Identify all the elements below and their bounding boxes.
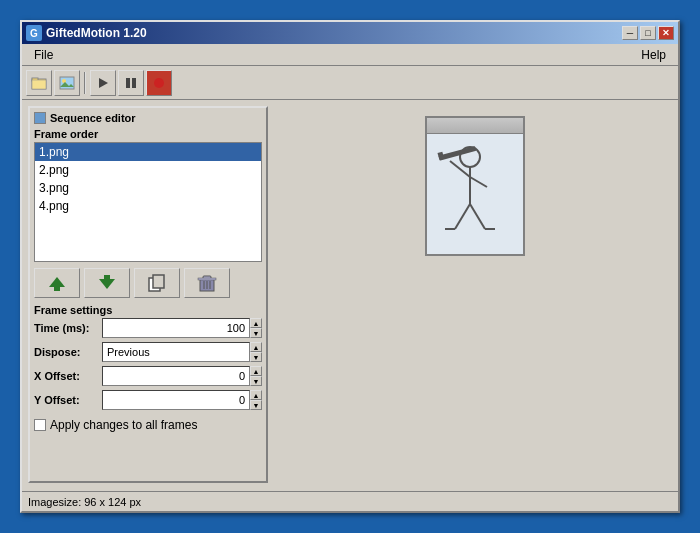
help-menu[interactable]: Help xyxy=(633,46,674,64)
preview-content xyxy=(427,134,523,254)
time-input[interactable] xyxy=(102,318,250,338)
open-button[interactable] xyxy=(26,70,52,96)
delete-icon xyxy=(197,273,217,293)
svg-line-25 xyxy=(470,177,487,187)
record-icon xyxy=(152,76,166,90)
frame-item-3[interactable]: 3.png xyxy=(35,179,261,197)
title-bar-buttons: ─ □ ✕ xyxy=(622,26,674,40)
delete-frame-button[interactable] xyxy=(184,268,230,298)
y-offset-up-button[interactable]: ▲ xyxy=(250,390,262,400)
time-label: Time (ms): xyxy=(34,322,102,334)
svg-rect-26 xyxy=(438,146,476,161)
preview-frame xyxy=(425,116,525,256)
panel-title: Sequence editor xyxy=(34,112,262,124)
pause-button[interactable] xyxy=(118,70,144,96)
svg-marker-6 xyxy=(99,78,108,88)
close-button[interactable]: ✕ xyxy=(658,26,674,40)
x-offset-row: X Offset: ▲ ▼ xyxy=(34,366,262,386)
preview-area xyxy=(278,106,672,483)
minimize-button[interactable]: ─ xyxy=(622,26,638,40)
title-bar: G GiftedMotion 1.20 ─ □ ✕ xyxy=(22,22,678,44)
x-offset-spinner: ▲ ▼ xyxy=(102,366,262,386)
apply-checkbox[interactable] xyxy=(34,419,46,431)
svg-rect-11 xyxy=(54,287,60,291)
svg-rect-13 xyxy=(104,275,110,279)
y-offset-input[interactable] xyxy=(102,390,250,410)
dispose-row: Dispose: ▲ ▼ xyxy=(34,342,262,362)
svg-rect-15 xyxy=(153,275,164,288)
apply-label: Apply changes to all frames xyxy=(50,418,197,432)
panel-title-text: Sequence editor xyxy=(50,112,136,124)
record-button[interactable] xyxy=(146,70,172,96)
frame-item-2[interactable]: 2.png xyxy=(35,161,261,179)
svg-marker-10 xyxy=(49,277,65,287)
copy-frame-button[interactable] xyxy=(134,268,180,298)
y-offset-down-button[interactable]: ▼ xyxy=(250,400,262,410)
dispose-up-button[interactable]: ▲ xyxy=(250,342,262,352)
dispose-down-button[interactable]: ▼ xyxy=(250,352,262,362)
app-icon: G xyxy=(26,25,42,41)
frame-item-1[interactable]: 1.png xyxy=(35,143,261,161)
toolbar-separator-1 xyxy=(84,72,86,94)
svg-rect-3 xyxy=(60,77,74,89)
time-row: Time (ms): ▲ ▼ xyxy=(34,318,262,338)
move-up-button[interactable] xyxy=(34,268,80,298)
sequence-panel: Sequence editor Frame order 1.png 2.png … xyxy=(28,106,268,483)
status-bar: Imagesize: 96 x 124 px xyxy=(22,491,678,511)
copy-icon xyxy=(147,273,167,293)
frame-list[interactable]: 1.png 2.png 3.png 4.png xyxy=(34,142,262,262)
up-arrow-icon xyxy=(47,273,67,293)
apply-row: Apply changes to all frames xyxy=(34,418,262,432)
down-arrow-icon xyxy=(97,273,117,293)
y-offset-row: Y Offset: ▲ ▼ xyxy=(34,390,262,410)
pause-icon xyxy=(124,76,138,90)
x-offset-down-button[interactable]: ▼ xyxy=(250,376,262,386)
x-offset-spinner-buttons: ▲ ▼ xyxy=(250,366,262,386)
time-up-button[interactable]: ▲ xyxy=(250,318,262,328)
y-offset-label: Y Offset: xyxy=(34,394,102,406)
main-window: G GiftedMotion 1.20 ─ □ ✕ File Help xyxy=(20,20,680,513)
svg-marker-12 xyxy=(99,279,115,289)
y-offset-spinner: ▲ ▼ xyxy=(102,390,262,410)
svg-rect-7 xyxy=(126,78,130,88)
main-area: Sequence editor Frame order 1.png 2.png … xyxy=(22,100,678,489)
move-down-button[interactable] xyxy=(84,268,130,298)
status-text: Imagesize: 96 x 124 px xyxy=(28,496,141,508)
image-button[interactable] xyxy=(54,70,80,96)
dispose-spinner-buttons: ▲ ▼ xyxy=(250,342,262,362)
svg-point-9 xyxy=(154,78,164,88)
svg-line-28 xyxy=(455,204,470,229)
x-offset-input[interactable] xyxy=(102,366,250,386)
time-spinner: ▲ ▼ xyxy=(102,318,262,338)
dispose-label: Dispose: xyxy=(34,346,102,358)
play-button[interactable] xyxy=(90,70,116,96)
frame-settings: Frame settings Time (ms): ▲ ▼ Dispose: xyxy=(34,304,262,477)
toolbar xyxy=(22,66,678,100)
play-icon xyxy=(96,76,110,90)
maximize-button[interactable]: □ xyxy=(640,26,656,40)
frame-settings-label: Frame settings xyxy=(34,304,262,316)
svg-rect-8 xyxy=(132,78,136,88)
y-offset-spinner-buttons: ▲ ▼ xyxy=(250,390,262,410)
svg-rect-18 xyxy=(198,278,216,280)
menu-bar: File Help xyxy=(22,44,678,66)
svg-line-30 xyxy=(470,204,485,229)
panel-icon xyxy=(34,112,46,124)
image-icon xyxy=(59,75,75,91)
x-offset-label: X Offset: xyxy=(34,370,102,382)
open-icon xyxy=(31,75,47,91)
frame-item-4[interactable]: 4.png xyxy=(35,197,261,215)
stick-figure xyxy=(435,139,515,249)
time-down-button[interactable]: ▼ xyxy=(250,328,262,338)
window-title: GiftedMotion 1.20 xyxy=(46,26,147,40)
svg-rect-2 xyxy=(32,80,46,89)
svg-line-24 xyxy=(450,161,470,177)
preview-header xyxy=(427,118,523,134)
frame-control-buttons xyxy=(34,268,262,298)
x-offset-up-button[interactable]: ▲ xyxy=(250,366,262,376)
file-menu[interactable]: File xyxy=(26,46,61,64)
frame-order-label: Frame order xyxy=(34,128,262,140)
time-spinner-buttons: ▲ ▼ xyxy=(250,318,262,338)
dispose-spinner: ▲ ▼ xyxy=(102,342,262,362)
dispose-input[interactable] xyxy=(102,342,250,362)
